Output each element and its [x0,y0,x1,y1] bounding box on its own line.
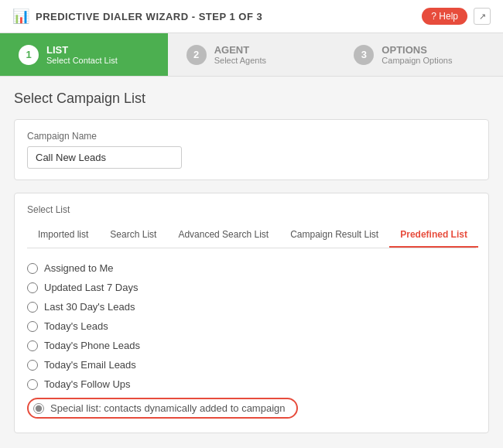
step-3-sub: Campaign Options [382,56,452,65]
radio-updated-7-label: Updated Last 7 Days [44,282,138,293]
radio-phone-input[interactable] [27,340,38,351]
step-3-number: 3 [354,45,374,65]
radio-last-30-days[interactable]: Last 30 Day's Leads [27,301,476,313]
step-2-sub: Select Agents [214,56,266,65]
chart-icon: 📊 [12,8,29,25]
page-title: Select Campaign List [14,91,489,107]
radio-email-label: Today's Email Leads [44,359,136,371]
step-2[interactable]: 2 AGENT Select Agents [168,33,336,76]
step-1[interactable]: 1 LIST Select Contact List [0,33,168,76]
step-3[interactable]: 3 OPTIONS Campaign Options [335,33,503,76]
step-1-sub: Select Contact List [46,56,118,65]
tabs-container: Imported list Search List Advanced Searc… [27,223,476,248]
help-button[interactable]: ? Help [422,8,467,25]
campaign-name-label: Campaign Name [27,131,476,142]
main-content: Select Campaign List Campaign Name Selec… [0,77,503,447]
tab-imported[interactable]: Imported list [27,223,99,248]
step-2-name: AGENT [214,44,266,56]
tab-search[interactable]: Search List [99,223,167,248]
step-2-number: 2 [186,45,207,65]
step-1-info: LIST Select Contact List [46,44,118,65]
radio-todays-email[interactable]: Today's Email Leads [27,359,476,371]
expand-button[interactable]: ↗ [474,8,491,25]
radio-todays-phone[interactable]: Today's Phone Leads [27,340,476,351]
radio-list: Assigned to Me Updated Last 7 Days Last … [27,259,476,422]
header-title: PREDICTIVE DIALER WIZARD - STEP 1 OF 3 [36,11,262,22]
header-right: ? Help ↗ [422,8,491,25]
radio-assigned-to-me[interactable]: Assigned to Me [27,262,476,274]
tab-advanced-search[interactable]: Advanced Search List [167,223,279,248]
step-1-number: 1 [19,45,39,65]
campaign-name-card: Campaign Name [14,119,489,180]
radio-last-30-label: Last 30 Day's Leads [44,301,135,313]
radio-todays-leads[interactable]: Today's Leads [27,320,476,332]
header-left: 📊 PREDICTIVE DIALER WIZARD - STEP 1 OF 3 [12,8,262,25]
radio-special-input[interactable] [33,403,44,414]
radio-followup-input[interactable] [27,379,38,390]
tab-campaign-result[interactable]: Campaign Result List [279,223,389,248]
step-2-info: AGENT Select Agents [214,44,266,65]
radio-followup-label: Today's Follow Ups [44,378,131,390]
tab-predefined[interactable]: Predefined List [389,223,478,248]
radio-updated-7-input[interactable] [27,282,38,293]
radio-phone-label: Today's Phone Leads [44,340,140,351]
radio-todays-followup[interactable]: Today's Follow Ups [27,378,476,390]
wizard-steps: 1 LIST Select Contact List 2 AGENT Selec… [0,33,503,77]
radio-special-label: Special list: contacts dynamically added… [50,402,286,414]
radio-last-30-input[interactable] [27,302,38,313]
radio-assigned-to-me-label: Assigned to Me [44,262,114,274]
special-highlight-border: Special list: contacts dynamically added… [27,398,298,419]
radio-todays-label: Today's Leads [44,320,108,332]
step-1-name: LIST [46,44,118,56]
select-list-label: Select List [27,204,476,215]
select-list-card: Select List Imported list Search List Ad… [14,193,489,433]
header: 📊 PREDICTIVE DIALER WIZARD - STEP 1 OF 3… [0,0,503,33]
step-3-name: OPTIONS [382,44,452,56]
radio-todays-input[interactable] [27,321,38,332]
step-3-info: OPTIONS Campaign Options [382,44,452,65]
radio-assigned-to-me-input[interactable] [27,263,38,274]
campaign-name-input[interactable] [27,146,182,169]
radio-email-input[interactable] [27,360,38,371]
radio-updated-last-7-days[interactable]: Updated Last 7 Days [27,282,476,293]
radio-special-list[interactable]: Special list: contacts dynamically added… [27,398,476,419]
